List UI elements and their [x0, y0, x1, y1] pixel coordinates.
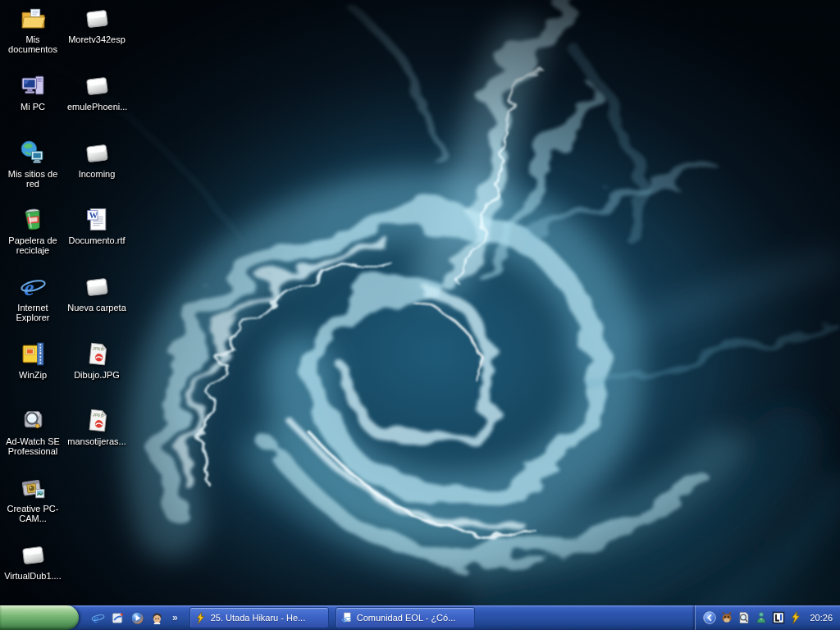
- desktop-icon-label: Incoming: [79, 169, 116, 179]
- jpeg-image-icon: [84, 340, 111, 368]
- desktop-icon-moretv342esp[interactable]: Moretv342esp: [65, 5, 129, 44]
- white-folder-icon: [20, 541, 47, 568]
- desktop-icon-label: WinZip: [19, 370, 47, 380]
- desktop-icon-emulephoenix[interactable]: emulePhoeni...: [65, 72, 129, 112]
- desktop-icon-dibujo-jpg[interactable]: Dibujo.JPG: [65, 340, 129, 380]
- desktop-icon-nueva-carpeta[interactable]: Nueva carpeta: [65, 273, 129, 313]
- desktop-icon-label: Documento.rtf: [68, 235, 125, 245]
- desktop: e JPEG: [0, 0, 840, 630]
- desktop-icon-label: Dibujo.JPG: [74, 370, 120, 380]
- task-button-internet-explorer[interactable]: Comunidad EOL - ¿Có...: [336, 607, 475, 628]
- internet-explorer-icon: [340, 612, 353, 624]
- task-button-label: Comunidad EOL - ¿Có...: [357, 613, 456, 623]
- green-figure-icon[interactable]: [755, 611, 768, 624]
- desktop-icon-mi-pc[interactable]: Mi PC: [1, 72, 65, 112]
- task-button-winamp[interactable]: 25. Utada Hikaru - He...: [189, 607, 329, 628]
- system-tray: 20:26: [695, 605, 840, 630]
- task-buttons: 25. Utada Hikaru - He... Comunidad EOL -…: [189, 607, 475, 628]
- word-document-icon: W: [84, 206, 111, 233]
- svg-text:W: W: [89, 211, 98, 220]
- white-folder-icon: [84, 72, 111, 99]
- desktop-icon-ad-watch[interactable]: Ad-Watch SE Professional: [1, 407, 65, 456]
- desktop-icon-label: Mis sitios de red: [3, 169, 62, 189]
- desktop-icon-label: Ad-Watch SE Professional: [3, 436, 62, 456]
- desktop-icon-mis-documentos[interactable]: Mis documentos: [1, 5, 65, 54]
- desktop-icon-label: Mis documentos: [3, 34, 62, 54]
- my-documents-folder-icon: [20, 5, 47, 32]
- winamp-bolt-icon[interactable]: [789, 611, 802, 624]
- desktop-icon-incoming[interactable]: Incoming: [65, 139, 129, 179]
- desktop-icon-label: emulePhoeni...: [67, 102, 126, 112]
- emule-donkey-icon[interactable]: [720, 611, 733, 624]
- desktop-icon-mansotijeras[interactable]: mansotijeras...: [65, 407, 129, 446]
- desktop-icon-label: mansotijeras...: [67, 436, 126, 446]
- quick-launch-bar: »: [91, 611, 177, 625]
- white-folder-icon: [84, 5, 111, 32]
- desktop-icon-winzip[interactable]: WinZip: [1, 340, 65, 380]
- magnifier-box-icon: [20, 407, 47, 434]
- desktop-icon-label: Papelera de reciclaje: [3, 235, 62, 255]
- quick-launch-overflow-chevron[interactable]: »: [172, 612, 177, 623]
- white-folder-icon: [84, 273, 111, 300]
- desktop-icon-creative-pc-cam[interactable]: Creative PC-CAM...: [1, 474, 65, 523]
- magnifier-page-icon[interactable]: [737, 611, 751, 624]
- internet-explorer-icon: [20, 273, 47, 300]
- my-computer-icon: [20, 72, 47, 99]
- desktop-icon-label: Nueva carpeta: [67, 303, 126, 313]
- winamp-bolt-icon: [194, 612, 207, 624]
- desktop-icon-label: Mi PC: [21, 102, 45, 112]
- jpeg-image-icon: [84, 407, 111, 434]
- show-desktop-icon[interactable]: [111, 611, 125, 625]
- camera-icon: [20, 474, 47, 501]
- taskbar: » 25. Utada Hikaru - He... Comunidad EOL…: [0, 605, 840, 630]
- cartoon-character-icon[interactable]: [150, 611, 164, 625]
- desktop-icon-label: Creative PC-CAM...: [3, 504, 62, 523]
- taskbar-clock[interactable]: 20:26: [810, 613, 833, 623]
- start-button[interactable]: [0, 605, 79, 630]
- desktop-icon-label: VirtualDub1....: [4, 571, 62, 581]
- internet-explorer-icon[interactable]: [91, 611, 105, 625]
- desktop-icon-documento-rtf[interactable]: W Documento.rtf: [65, 206, 129, 245]
- desktop-icon-papelera[interactable]: Papelera de reciclaje: [1, 206, 65, 255]
- network-places-icon: [20, 139, 47, 167]
- desktop-icon-mis-sitios-de-red[interactable]: Mis sitios de red: [1, 139, 65, 189]
- desktop-icon-label: Internet Explorer: [3, 303, 62, 322]
- recycle-can-icon: [20, 206, 47, 233]
- hide-icons-chevron[interactable]: [703, 611, 716, 624]
- white-folder-icon: [84, 139, 111, 167]
- desktop-icon-label: Moretv342esp: [68, 34, 126, 44]
- winzip-icon: [20, 340, 47, 368]
- desktop-icon-internet-explorer[interactable]: Internet Explorer: [1, 273, 65, 322]
- l1-tray-icon[interactable]: [772, 611, 785, 624]
- task-button-label: 25. Utada Hikaru - He...: [211, 613, 306, 623]
- desktop-icon-virtualdub[interactable]: VirtualDub1....: [1, 541, 65, 581]
- media-player-icon[interactable]: [130, 611, 144, 625]
